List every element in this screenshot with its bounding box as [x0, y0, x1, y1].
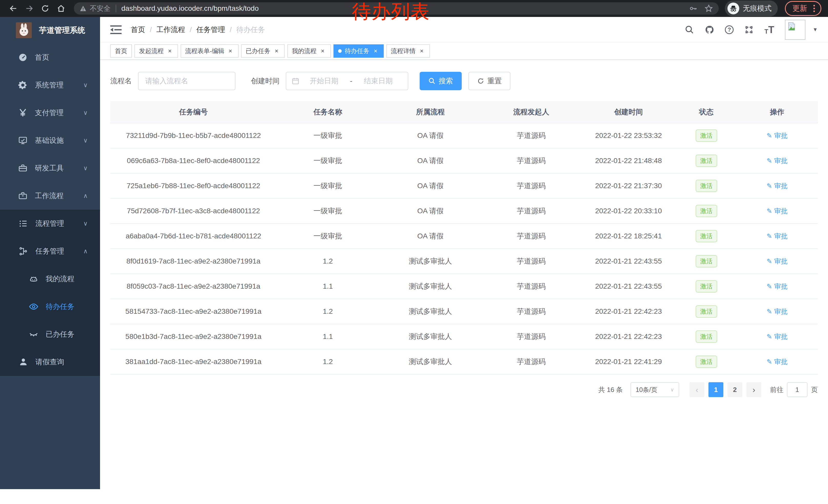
user-menu-caret-icon[interactable]: ▼: [813, 27, 818, 33]
breadcrumb-current: 待办任务: [236, 25, 265, 35]
sidebar-item-system[interactable]: 系统管理 ∨: [0, 71, 100, 99]
date-range-picker[interactable]: 开始日期 - 结束日期: [286, 72, 408, 90]
approve-link[interactable]: ✎审批: [767, 156, 788, 165]
security-chip[interactable]: 不安全: [80, 4, 111, 13]
sidebar-item-payment[interactable]: 支付管理 ∨: [0, 99, 100, 127]
cell-task-id: 58154733-7ac8-11ec-a9e2-a2380e71991a: [110, 299, 277, 324]
approve-link[interactable]: ✎审批: [767, 307, 788, 316]
tab-close-icon[interactable]: ×: [418, 47, 425, 55]
security-label: 不安全: [90, 4, 111, 13]
approve-link[interactable]: ✎审批: [767, 257, 788, 266]
cell-process: OA 请假: [379, 224, 482, 249]
bookmark-star-icon[interactable]: [704, 4, 713, 13]
page-button-1[interactable]: 1: [708, 382, 723, 397]
breadcrumb-workflow[interactable]: 工作流程: [157, 25, 185, 35]
search-button[interactable]: 搜索: [420, 72, 462, 90]
user-avatar[interactable]: [785, 20, 805, 40]
chevron-down-icon: ∨: [83, 220, 88, 227]
toolbox-icon: [18, 163, 28, 173]
chevron-down-icon: ∨: [83, 165, 88, 172]
cell-initiator: 芋道源码: [482, 123, 581, 148]
tab[interactable]: 我的流程 ×: [287, 44, 331, 58]
sidebar-item-devtools[interactable]: 研发工具 ∨: [0, 154, 100, 182]
cell-status: 激活: [676, 148, 736, 173]
approve-link[interactable]: ✎审批: [767, 357, 788, 366]
goto-label: 前往: [770, 385, 783, 394]
page-size-select[interactable]: 10条/页 ∨: [630, 382, 679, 397]
approve-link[interactable]: ✎审批: [767, 232, 788, 241]
cell-process: 测试多审批人: [379, 274, 482, 299]
gear-icon: [18, 80, 28, 90]
approve-link[interactable]: ✎审批: [767, 332, 788, 341]
sidebar-item-leave-query[interactable]: 请假查询: [0, 348, 100, 376]
approve-link[interactable]: ✎审批: [767, 207, 788, 216]
collapse-sidebar-icon[interactable]: [110, 25, 122, 35]
incognito-label: 无痕模式: [743, 4, 772, 13]
edit-pencil-icon: ✎: [767, 232, 772, 240]
github-icon[interactable]: [705, 25, 714, 34]
chevron-down-icon: ∨: [83, 137, 88, 144]
browser-update-button[interactable]: 更新: [785, 1, 821, 16]
status-badge: 激活: [696, 205, 717, 217]
annotation-text: 待办列表: [352, 2, 430, 21]
tab-close-icon[interactable]: ×: [227, 47, 234, 55]
approve-link[interactable]: ✎审批: [767, 282, 788, 291]
browser-back-icon[interactable]: [7, 2, 20, 15]
next-page-button[interactable]: ›: [746, 382, 761, 397]
table-header-row: 任务编号 任务名称 所属流程 流程发起人 创建时间 状态 操作: [110, 101, 818, 123]
sidebar-item-workflow[interactable]: 工作流程 ∧: [0, 182, 100, 210]
tab[interactable]: 流程详情 ×: [386, 44, 430, 58]
table-row: a6aba0a4-7b6d-11ec-b781-acde48001122 一级审…: [110, 224, 818, 249]
sidebar-item-todo-task[interactable]: 待办任务: [0, 293, 100, 320]
approve-link[interactable]: ✎审批: [767, 131, 788, 140]
cell-initiator: 芋道源码: [482, 198, 581, 224]
sidebar-item-done-task[interactable]: 已办任务: [0, 320, 100, 348]
tab-close-icon[interactable]: ×: [319, 47, 326, 55]
cell-create-time: 2022-01-21 22:41:29: [581, 349, 676, 374]
create-time-label: 创建时间: [251, 76, 280, 86]
edit-pencil-icon: ✎: [767, 207, 772, 215]
tab[interactable]: 发起流程 ×: [134, 44, 178, 58]
tab[interactable]: 已办任务 ×: [241, 44, 285, 58]
tab[interactable]: 待办任务 ×: [333, 44, 384, 58]
cell-status: 激活: [676, 349, 736, 374]
cell-create-time: 2022-01-22 23:53:32: [581, 123, 676, 148]
page-button-2[interactable]: 2: [728, 382, 742, 397]
status-badge: 激活: [696, 280, 717, 292]
process-name-input[interactable]: [138, 72, 236, 90]
password-key-icon[interactable]: [689, 4, 698, 13]
tab[interactable]: 流程表单-编辑 ×: [180, 44, 239, 58]
reset-button[interactable]: 重置: [468, 72, 510, 90]
sidebar-item-task-mgmt[interactable]: 任务管理 ∧: [0, 237, 100, 265]
tab[interactable]: 首页: [110, 44, 132, 58]
browser-reload-icon[interactable]: [38, 2, 52, 15]
cell-task-id: 725a1eb6-7b88-11ec-8ef0-acde48001122: [110, 173, 277, 198]
search-form: 流程名 创建时间 开始日期 - 结束日期 搜索 重置: [110, 72, 818, 90]
cell-status: 激活: [676, 173, 736, 198]
tab-close-icon[interactable]: ×: [166, 47, 173, 55]
robot-face-icon: [29, 274, 38, 284]
cell-create-time: 2022-01-21 22:42:23: [581, 299, 676, 324]
sidebar-item-process-mgmt[interactable]: 流程管理 ∨: [0, 210, 100, 237]
tab-close-icon[interactable]: ×: [273, 47, 280, 55]
table-row: 8f059c03-7ac8-11ec-a9e2-a2380e71991a 1.1…: [110, 274, 818, 299]
approve-link[interactable]: ✎审批: [767, 182, 788, 190]
browser-forward-icon[interactable]: [23, 2, 36, 15]
breadcrumb-home[interactable]: 首页: [131, 25, 145, 35]
cell-create-time: 2022-01-22 20:33:10: [581, 198, 676, 224]
search-icon[interactable]: [685, 25, 694, 34]
goto-page-input[interactable]: [787, 382, 808, 397]
browser-home-icon[interactable]: [54, 2, 68, 15]
cell-task-id: 069c6a63-7b8a-11ec-8ef0-acde48001122: [110, 148, 277, 173]
browser-menu-icon[interactable]: [811, 4, 817, 13]
cell-task-name: 一级审批: [277, 123, 379, 148]
sidebar-item-my-process[interactable]: 我的流程: [0, 265, 100, 293]
sidebar-item-infra[interactable]: 基础设施 ∨: [0, 127, 100, 154]
help-icon[interactable]: ?: [725, 26, 734, 34]
fullscreen-icon[interactable]: [744, 25, 754, 34]
font-size-icon[interactable]: TT: [764, 25, 774, 35]
prev-page-button[interactable]: ‹: [690, 382, 704, 397]
sidebar-item-home[interactable]: 首页: [0, 44, 100, 71]
breadcrumb-task-mgmt[interactable]: 任务管理: [197, 25, 225, 35]
tab-close-icon[interactable]: ×: [372, 47, 379, 55]
